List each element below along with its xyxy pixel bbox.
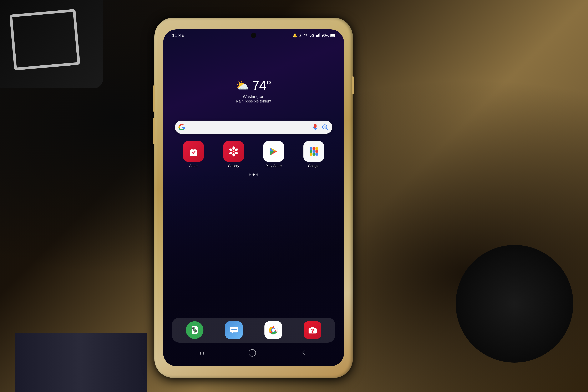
- volume-up-button[interactable]: [153, 85, 155, 112]
- page-dot-1: [249, 174, 251, 176]
- nav-back-button[interactable]: [301, 350, 307, 356]
- weather-temperature: 74°: [252, 78, 271, 93]
- app-grid: Store: [175, 141, 332, 168]
- svg-point-18: [233, 150, 234, 152]
- phone-body: 11:48 🔔 ▲ 5G: [154, 18, 353, 378]
- gallery-label: Gallery: [228, 164, 239, 168]
- svg-point-8: [324, 126, 326, 128]
- svg-rect-21: [315, 147, 318, 150]
- dock-chrome-icon[interactable]: [264, 321, 282, 339]
- svg-rect-25: [310, 153, 312, 156]
- weather-main: ⛅ 74°: [236, 78, 271, 93]
- svg-point-36: [272, 328, 275, 332]
- signal-text: 5G: [309, 33, 315, 38]
- svg-rect-26: [313, 153, 315, 156]
- google-g-icon: [178, 124, 185, 130]
- bg-chair: [456, 245, 573, 362]
- svg-point-11: [232, 146, 235, 150]
- svg-rect-3: [319, 34, 320, 36]
- playstore-label: Play Store: [265, 164, 282, 168]
- app-store[interactable]: Store: [175, 141, 212, 168]
- svg-rect-24: [315, 150, 318, 152]
- microphone-icon[interactable]: [312, 124, 319, 131]
- svg-rect-1: [317, 35, 318, 36]
- store-label: Store: [189, 164, 198, 168]
- svg-rect-5: [335, 35, 335, 36]
- status-time: 11:48: [172, 33, 184, 38]
- svg-point-31: [233, 329, 235, 330]
- svg-rect-2: [318, 34, 319, 36]
- svg-rect-22: [310, 150, 312, 152]
- weather-cloud-icon: ⛅: [236, 79, 249, 92]
- page-dots: [163, 174, 344, 176]
- svg-point-30: [231, 329, 233, 330]
- svg-point-14: [232, 153, 235, 156]
- volume-down-button[interactable]: [153, 118, 155, 144]
- nav-recents-button[interactable]: [200, 351, 204, 355]
- bg-white-frame: [9, 9, 80, 70]
- phone-screen: 11:48 🔔 ▲ 5G: [163, 30, 344, 366]
- notification-icon: 🔔: [293, 33, 297, 38]
- lens-search-icon[interactable]: [321, 124, 329, 131]
- signal-bars-icon: [316, 34, 320, 37]
- weather-widget: ⛅ 74° Washington Rain possible tonight: [163, 78, 344, 104]
- playstore-icon: [263, 141, 284, 162]
- nav-home-button[interactable]: [249, 349, 256, 356]
- wifi-icon: [304, 33, 308, 38]
- gallery-icon: [223, 141, 244, 162]
- app-google[interactable]: Google: [295, 141, 332, 168]
- battery-icon: 96%: [322, 33, 335, 38]
- app-gallery[interactable]: Gallery: [215, 141, 252, 168]
- dock-phone-icon[interactable]: 📞: [186, 321, 203, 339]
- dock-camera-icon[interactable]: [304, 321, 321, 339]
- svg-point-32: [235, 329, 237, 330]
- svg-rect-19: [310, 147, 312, 150]
- phone: 11:48 🔔 ▲ 5G: [154, 18, 353, 378]
- page-dot-3: [256, 174, 258, 176]
- google-app-icon: [303, 141, 324, 162]
- svg-point-39: [312, 330, 313, 332]
- search-bar[interactable]: [175, 120, 332, 134]
- dock-messages-icon[interactable]: [225, 321, 243, 339]
- warning-icon: ▲: [299, 33, 302, 37]
- camera-cutout: [251, 33, 256, 38]
- google-label: Google: [308, 164, 319, 168]
- store-icon: [183, 141, 204, 162]
- svg-rect-27: [315, 153, 318, 156]
- status-icons: 🔔 ▲ 5G: [293, 33, 335, 38]
- weather-description: Rain possible tonight: [236, 99, 271, 104]
- svg-rect-6: [330, 34, 334, 36]
- dock: 📞: [172, 318, 335, 342]
- svg-rect-20: [313, 147, 315, 150]
- sleeve: [15, 333, 147, 392]
- app-playstore[interactable]: Play Store: [255, 141, 292, 168]
- power-button[interactable]: [352, 76, 354, 94]
- weather-location: Washington: [243, 94, 264, 99]
- nav-bar: [163, 346, 344, 360]
- svg-text:📞: 📞: [192, 327, 197, 332]
- svg-rect-23: [313, 150, 315, 152]
- page-dot-2: [253, 174, 255, 176]
- svg-rect-0: [316, 36, 317, 36]
